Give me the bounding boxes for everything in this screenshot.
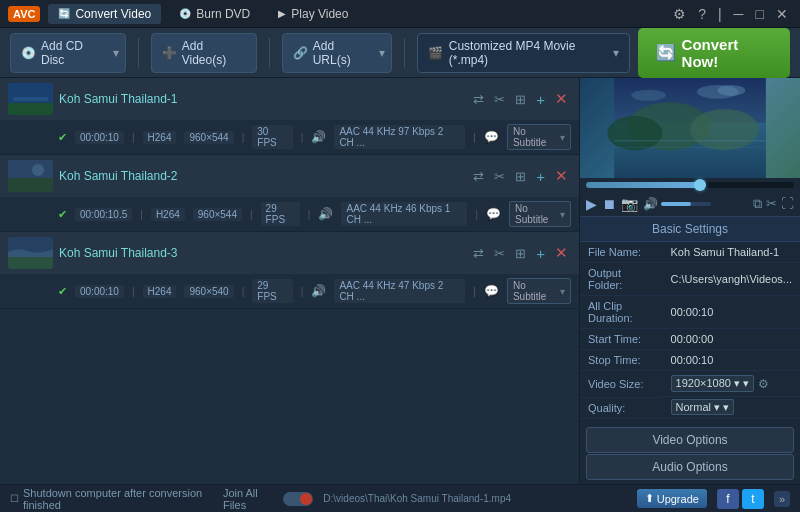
tab-burn-dvd[interactable]: 💿 Burn DVD [169,4,260,24]
duration-tag-3: 00:00:10 [75,285,124,298]
subtitle-select-3[interactable]: No Subtitle [507,278,571,304]
svg-rect-17 [614,147,766,148]
cut-button[interactable]: ✂ [766,196,777,212]
video-size-gear-icon[interactable]: ⚙ [758,377,769,391]
svg-point-19 [718,85,746,96]
setting-row-output: Output Folder: C:\Users\yangh\Videos... [580,263,800,296]
remove-icon-1[interactable]: ✕ [552,89,571,109]
file-actions-2: ⇄ ✂ ⊞ + ✕ [470,166,571,186]
shutdown-checkbox-area[interactable]: ☐ Shutdown computer after conversion fin… [10,487,217,511]
subtitle-icon-3: 💬 [484,284,499,298]
quality-dropdown[interactable]: Normal ▾ [671,399,735,415]
play-button[interactable]: ▶ [586,196,597,212]
sync-icon-3[interactable]: ⇄ [470,245,487,262]
help-icon[interactable]: ? [694,6,710,22]
sync-icon-2[interactable]: ⇄ [470,168,487,185]
remove-icon-2[interactable]: ✕ [552,166,571,186]
audio-icon-2: 🔊 [318,207,333,221]
cut-icon-1[interactable]: ✂ [491,91,508,108]
film-icon: 🎬 [428,46,443,60]
subtitle-select-2[interactable]: No Subtitle [509,201,571,227]
shutdown-checkbox-icon[interactable]: ☐ [10,493,19,504]
upgrade-icon: ⬆ [645,492,654,505]
audio-tag-1: AAC 44 KHz 97 Kbps 2 CH ... [334,125,465,149]
progress-bar-area[interactable] [580,178,800,192]
remove-icon-3[interactable]: ✕ [552,243,571,263]
duration-tag-2: 00:00:10.5 [75,208,132,221]
resolution-tag-3: 960×540 [184,285,233,298]
copy-frame-button[interactable]: ⧉ [753,196,762,212]
expand-button[interactable]: ⛶ [781,196,794,212]
sep-1b: | [242,132,245,143]
add-cd-disc-button[interactable]: 💿 Add CD Disc [10,33,126,73]
cut-icon-3[interactable]: ✂ [491,245,508,262]
toggle-knob [300,493,312,505]
setting-row-start: Start Time: 00:00:00 [580,329,800,350]
add-icon-2[interactable]: + [533,167,548,186]
setting-row-size: Video Size: 1920×1080 ▾ ⚙ [580,371,800,398]
effect-icon-2[interactable]: ⊞ [512,168,529,185]
file-actions-3: ⇄ ✂ ⊞ + ✕ [470,243,571,263]
subtitle-icon-2: 💬 [486,207,501,221]
volume-control[interactable]: 🔊 [643,197,748,211]
sep-2b: | [250,209,253,220]
status-left: ☐ Shutdown computer after conversion fin… [10,487,313,511]
file-name-3: Koh Samui Thailand-3 [59,246,464,260]
upgrade-button[interactable]: ⬆ Upgrade [637,489,707,508]
resolution-tag-2: 960×544 [193,208,242,221]
volume-track[interactable] [661,202,711,206]
fps-tag-3: 29 FPS [252,279,293,303]
file-thumb-1 [8,83,53,115]
sep-2a: | [140,209,143,220]
cut-icon-2[interactable]: ✂ [491,168,508,185]
effect-icon-1[interactable]: ⊞ [512,91,529,108]
add-url-button[interactable]: 🔗 Add URL(s) [282,33,392,73]
convert-now-button[interactable]: 🔄 Convert Now! [638,28,790,78]
file-item-3: Koh Samui Thailand-3 ⇄ ✂ ⊞ + ✕ ✔ 00:00:1… [0,232,579,309]
file-item-1: Koh Samui Thailand-1 ⇄ ✂ ⊞ + ✕ ✔ 00:00:1… [0,78,579,155]
toolbar-divider-1 [138,38,139,68]
facebook-button[interactable]: f [717,489,739,509]
stop-value: 00:00:10 [663,350,800,371]
close-button[interactable]: ✕ [772,6,792,22]
file-item-header-2: Koh Samui Thailand-2 ⇄ ✂ ⊞ + ✕ [0,155,579,197]
sep-3b: | [242,286,245,297]
progress-thumb [694,179,706,191]
minimize-button[interactable]: ─ [730,6,748,22]
twitter-button[interactable]: t [742,489,764,509]
video-options-button[interactable]: Video Options [586,427,794,453]
setting-row-stop: Stop Time: 00:00:10 [580,350,800,371]
maximize-button[interactable]: □ [752,6,768,22]
add-icon-1[interactable]: + [533,90,548,109]
sync-icon-1[interactable]: ⇄ [470,91,487,108]
video-size-dropdown[interactable]: 1920×1080 ▾ [671,375,755,392]
join-files-toggle[interactable] [283,492,313,506]
file-item-2: Koh Samui Thailand-2 ⇄ ✂ ⊞ + ✕ ✔ 00:00:1… [0,155,579,232]
file-thumb-2 [8,160,53,192]
audio-icon-3: 🔊 [311,284,326,298]
settings-icon[interactable]: ⚙ [669,6,690,22]
subtitle-select-1[interactable]: No Subtitle [507,124,571,150]
app-logo: AVC [8,6,40,22]
file-item-header-1: Koh Samui Thailand-1 ⇄ ✂ ⊞ + ✕ [0,78,579,120]
tab-play-video[interactable]: ▶ Play Video [268,4,358,24]
effect-icon-3[interactable]: ⊞ [512,245,529,262]
codec-tag-2: H264 [151,208,185,221]
right-panel: ▶ ⏹ 📷 🔊 ⧉ ✂ ⛶ Basic Settings File Name: [580,78,800,484]
add-videos-button[interactable]: ➕ Add Video(s) [151,33,257,73]
sep-1c: | [301,132,304,143]
progress-track[interactable] [586,182,794,188]
convert-video-icon: 🔄 [58,8,70,19]
screenshot-button[interactable]: 📷 [621,196,638,212]
audio-options-button[interactable]: Audio Options [586,454,794,480]
sep-2c: | [308,209,311,220]
stop-button[interactable]: ⏹ [602,196,616,212]
social-buttons: f t [717,489,764,509]
player-right-buttons: ⧉ ✂ ⛶ [753,196,794,212]
expand-panel-button[interactable]: » [774,491,790,507]
tab-convert-video[interactable]: 🔄 Convert Video [48,4,161,24]
format-selector[interactable]: 🎬 Customized MP4 Movie (*.mp4) [417,33,630,73]
preview-area [580,78,800,178]
file-item-header-3: Koh Samui Thailand-3 ⇄ ✂ ⊞ + ✕ [0,232,579,274]
add-icon-3[interactable]: + [533,244,548,263]
